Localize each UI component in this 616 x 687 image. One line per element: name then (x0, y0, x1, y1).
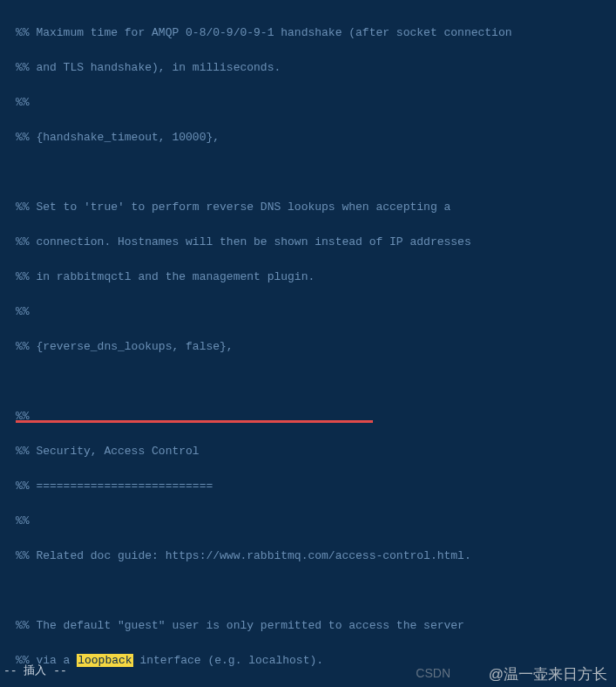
code-line: %% Maximum time for AMQP 0-8/0-9/0-9-1 h… (16, 24, 616, 42)
code-line: %% {handshake_timeout, 10000}, (16, 129, 616, 146)
code-line: %% {reverse_dns_lookups, false}, (16, 338, 616, 356)
code-line (16, 164, 616, 181)
code-line: %% (16, 94, 616, 112)
code-line: %% and TLS handshake), in milliseconds. (16, 59, 616, 77)
code-line (16, 582, 616, 600)
code-editor-content: %% Maximum time for AMQP 0-8/0-9/0-9-1 h… (0, 0, 616, 687)
code-line: %% ========================== (16, 478, 616, 495)
red-underline-annotation (16, 420, 373, 423)
code-line: %% in rabbitmqctl and the management plu… (16, 269, 616, 286)
code-line: %% Set to 'true' to perform reverse DNS … (16, 199, 616, 216)
vim-mode-indicator: -- 插入 -- (3, 663, 67, 680)
code-line: %% (16, 408, 616, 425)
watermark-author: @温一壶来日方长 (489, 666, 607, 684)
code-line: %% The default "guest" user is only perm… (16, 617, 616, 635)
code-line (16, 373, 616, 391)
code-line: %% Security, Access Control (16, 443, 616, 460)
code-line: %% (16, 513, 616, 530)
code-line: %% Related doc guide: https://www.rabbit… (16, 548, 616, 565)
code-line: %% connection. Hostnames will then be sh… (16, 234, 616, 251)
code-line: %% (16, 303, 616, 321)
watermark-csdn: CSDN (416, 664, 450, 682)
highlight-loopback: loopback (77, 654, 132, 667)
